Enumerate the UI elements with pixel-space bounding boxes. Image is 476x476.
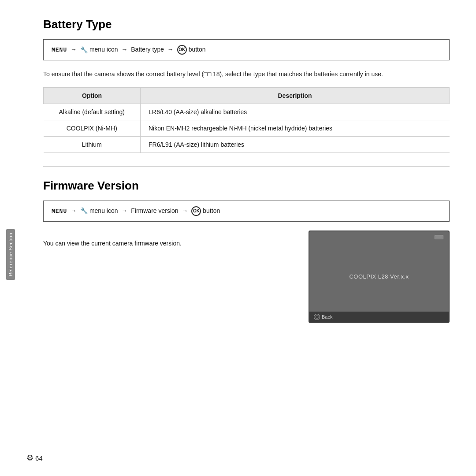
camera-back-icon: ◯ [314, 314, 320, 320]
sidebar-label: Reference Section [6, 229, 15, 280]
table-row: Alkaline (default setting)LR6/L40 (AA-si… [44, 104, 450, 120]
table-cell-description: FR6/L91 (AA-size) lithium batteries [141, 136, 450, 152]
table-cell-option: COOLPIX (Ni-MH) [44, 120, 141, 136]
battery-body-text: To ensure that the camera shows the corr… [43, 69, 450, 79]
firmware-content: You can view the current camera firmware… [43, 231, 450, 323]
battery-nav-box: MENU → 🔧 menu icon → Battery type → OK b… [43, 39, 450, 60]
camera-screen-version-text: COOLPIX L28 Ver.x.x [349, 273, 409, 280]
battery-options-table: Option Description Alkaline (default set… [43, 87, 450, 153]
battery-end-button-label: button [189, 46, 206, 53]
page-number: 64 [35, 454, 43, 462]
battery-item-label: Battery type [131, 46, 164, 53]
firmware-arrow-3: → [182, 206, 188, 216]
battery-arrow-3: → [167, 45, 174, 54]
battery-menu-icon-label: menu icon [89, 46, 119, 53]
sidebar: Reference Section [0, 0, 21, 476]
table-row: LithiumFR6/L91 (AA-size) lithium batteri… [44, 136, 450, 152]
table-cell-description: Nikon EN-MH2 rechargeable Ni-MH (nickel … [141, 120, 450, 136]
table-cell-description: LR6/L40 (AA-size) alkaline batteries [141, 104, 450, 120]
battery-arrow-2: → [121, 45, 127, 54]
section-divider [43, 166, 450, 167]
table-header-description: Description [141, 87, 450, 104]
firmware-item-label: Firmware version [131, 207, 178, 214]
battery-menu-keyword: MENU [52, 47, 67, 53]
firmware-ok-icon: OK [191, 206, 201, 216]
firmware-menu-icon-label: menu icon [89, 207, 119, 214]
firmware-title: Firmware Version [43, 179, 450, 193]
table-header-option: Option [44, 87, 141, 104]
firmware-arrow-1: → [71, 206, 77, 216]
battery-arrow-1: → [71, 45, 77, 54]
firmware-nav-box: MENU → 🔧 menu icon → Firmware version → … [43, 201, 450, 222]
firmware-menu-keyword: MENU [52, 208, 67, 215]
firmware-arrow-2: → [121, 206, 127, 216]
firmware-end-button-label: button [203, 207, 220, 214]
firmware-text-block: You can view the current camera firmware… [43, 231, 291, 248]
table-cell-option: Lithium [44, 136, 141, 152]
firmware-menu-icon: 🔧 [80, 206, 88, 216]
table-cell-option: Alkaline (default setting) [44, 104, 141, 120]
page-icon: ⚙ [26, 453, 33, 463]
camera-screen-bottom-bar: ◯ Back [309, 312, 449, 322]
camera-screen: COOLPIX L28 Ver.x.x ◯ Back [309, 231, 450, 323]
table-row: COOLPIX (Ni-MH)Nikon EN-MH2 rechargeable… [44, 120, 450, 136]
battery-type-title: Battery Type [43, 18, 450, 31]
battery-menu-icon: 🔧 [80, 45, 88, 55]
page-number-area: ⚙ 64 [26, 453, 43, 463]
battery-ok-icon: OK [177, 45, 187, 55]
main-content: Battery Type MENU → 🔧 menu icon → Batter… [21, 0, 476, 476]
camera-screen-battery-indicator [435, 235, 443, 239]
firmware-body-text: You can view the current camera firmware… [43, 238, 291, 248]
camera-back-label: Back [322, 314, 332, 320]
